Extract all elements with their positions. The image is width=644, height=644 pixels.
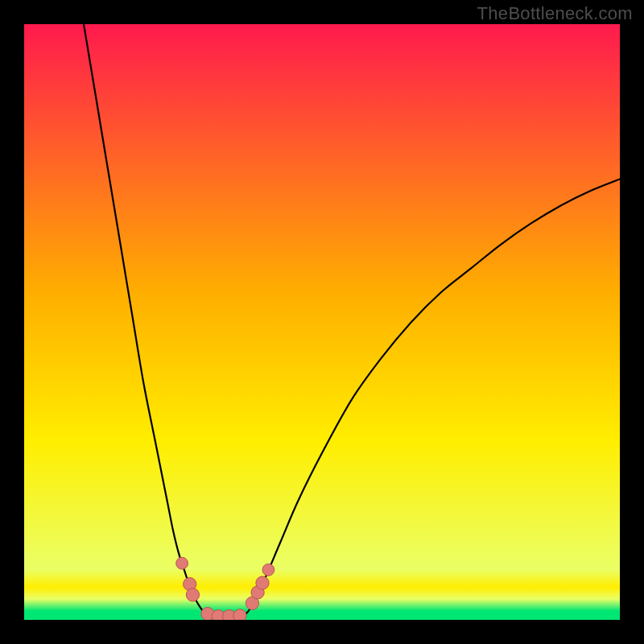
chart-svg bbox=[24, 24, 620, 620]
data-dot bbox=[176, 557, 188, 569]
watermark-text: TheBottleneck.com bbox=[477, 3, 633, 24]
gradient-rect bbox=[24, 24, 620, 620]
data-dot bbox=[186, 588, 199, 601]
chart-frame: TheBottleneck.com bbox=[0, 0, 644, 644]
plot-area bbox=[24, 24, 620, 620]
data-dot bbox=[233, 609, 246, 620]
data-dot bbox=[262, 564, 275, 576]
data-dot bbox=[256, 576, 269, 589]
